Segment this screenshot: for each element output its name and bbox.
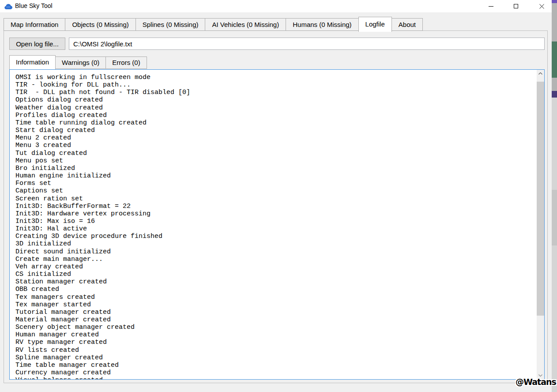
log-line: OBB created <box>15 286 534 293</box>
close-button[interactable] <box>534 0 549 12</box>
tab-splines[interactable]: Splines (0 Missing) <box>135 18 206 31</box>
tab-map-information[interactable]: Map Information <box>4 18 65 31</box>
log-line: Direct sound initialized <box>15 248 534 256</box>
log-line: 3D initialized <box>15 240 534 248</box>
app-window: Blue Sky Tool Map Information Objects (0… <box>0 0 557 392</box>
log-scrollbar[interactable] <box>537 70 544 379</box>
subtab-warnings[interactable]: Warnings (0) <box>55 57 106 69</box>
edge-gray-band <box>552 190 557 245</box>
log-line: Tutorial manager created <box>15 309 534 316</box>
maximize-icon <box>514 4 518 8</box>
log-line: Time table manager created <box>15 362 534 369</box>
watermark: @Watans <box>516 377 556 387</box>
scroll-up-button[interactable] <box>537 70 544 77</box>
log-line: Human manager created <box>15 331 534 339</box>
log-line: Tex managers created <box>15 294 534 301</box>
log-line: Visual helpers created <box>15 377 534 379</box>
log-line: Start dialog created <box>15 127 534 134</box>
main-tab-bar: Map Information Objects (0 Missing) Spli… <box>4 17 423 32</box>
log-line: Human engine initialized <box>15 172 534 180</box>
log-lines: OMSI is working in fullscreen modeTIR - … <box>10 70 536 379</box>
log-line: Material manager created <box>15 316 534 324</box>
log-line: TIR - DLL path not found - TIR disabled … <box>15 89 534 96</box>
minimize-button[interactable] <box>483 0 498 12</box>
log-line: Init3D: Hardware vertex processing <box>15 210 534 218</box>
log-line: Forms set <box>15 180 534 187</box>
logfile-panel: Open log file... Information Warnings (0… <box>4 30 548 383</box>
log-line: Weather dialog created <box>15 104 534 112</box>
app-cloud-icon <box>4 4 12 9</box>
tab-humans[interactable]: Humans (0 Missing) <box>286 18 358 31</box>
chevron-down-icon <box>538 374 542 377</box>
log-line: Init3D: BackBufferFormat = 22 <box>15 203 534 210</box>
log-line: Spline manager created <box>15 354 534 362</box>
edge-purple-top <box>552 0 557 3</box>
log-line: Profiles dialog created <box>15 112 534 119</box>
title-bar[interactable]: Blue Sky Tool <box>0 0 552 12</box>
log-line: Screen ration set <box>15 195 534 203</box>
log-line: Menu pos set <box>15 157 534 165</box>
log-line: CS initialized <box>15 271 534 278</box>
tab-logfile[interactable]: Logfile <box>358 17 392 32</box>
edge-gray-1 <box>552 3 557 41</box>
log-line: Tut dialog created <box>15 150 534 157</box>
log-line: Init3D: Max iso = 16 <box>15 218 534 225</box>
log-path-input[interactable] <box>69 38 545 50</box>
window-title: Blue Sky Tool <box>15 2 53 9</box>
log-subtab-bar: Information Warnings (0) Errors (0) <box>9 55 147 69</box>
log-line: Tex manager started <box>15 301 534 309</box>
subtab-information[interactable]: Information <box>9 55 56 69</box>
tab-about[interactable]: About <box>391 18 423 31</box>
log-line: Options dialog created <box>15 96 534 104</box>
edge-purple-mid <box>552 91 557 98</box>
log-line: Bro initialized <box>15 165 534 172</box>
maximize-button[interactable] <box>508 0 523 12</box>
log-line: RV lists created <box>15 347 534 354</box>
open-log-file-button[interactable]: Open log file... <box>9 38 65 50</box>
minimize-icon <box>489 6 493 7</box>
scrollbar-thumb[interactable] <box>537 82 544 316</box>
log-line: Create main manager... <box>15 256 534 263</box>
log-line: Scenery object manager created <box>15 324 534 331</box>
log-line: OMSI is working in fullscreen mode <box>15 74 534 81</box>
log-memo[interactable]: OMSI is working in fullscreen modeTIR - … <box>9 69 545 380</box>
edge-gray-2 <box>552 78 557 91</box>
log-line: Menu 2 created <box>15 134 534 142</box>
log-line: TIR - looking for DLL path... <box>15 81 534 89</box>
log-line: Currency manager created <box>15 369 534 377</box>
log-line: Veh array created <box>15 263 534 271</box>
subtab-errors[interactable]: Errors (0) <box>105 57 147 69</box>
background-edge-strip <box>552 0 557 392</box>
chevron-up-icon <box>538 72 542 75</box>
log-line: Creating 3D device procedure finished <box>15 233 534 240</box>
log-line: RV type manager created <box>15 339 534 346</box>
tab-objects[interactable]: Objects (0 Missing) <box>65 18 135 31</box>
log-line: Station manager created <box>15 278 534 286</box>
log-line: Menu 3 created <box>15 142 534 149</box>
tab-ai-vehicles[interactable]: AI Vehicles (0 Missing) <box>205 18 286 31</box>
close-icon <box>539 4 544 9</box>
log-line: Time table running dialog created <box>15 119 534 127</box>
log-line: Captions set <box>15 187 534 195</box>
edge-green <box>552 41 557 78</box>
log-line: Init3D: Hal active <box>15 225 534 233</box>
